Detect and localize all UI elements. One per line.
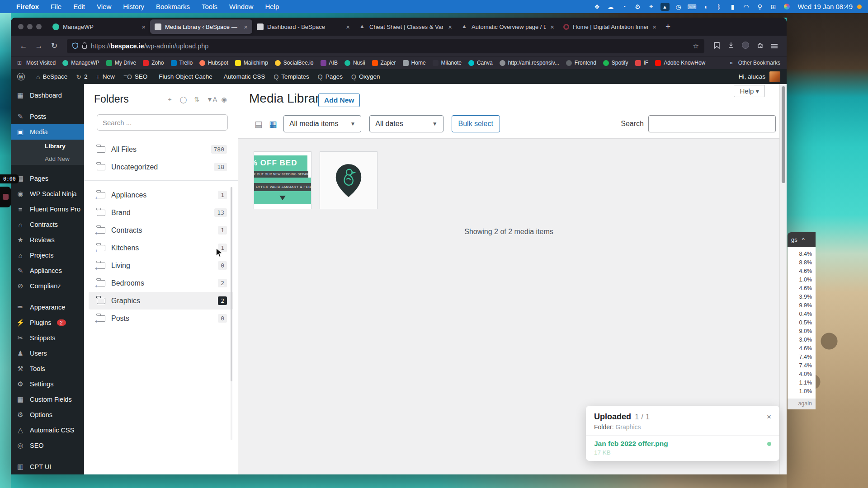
admin-bar-item[interactable]: Q Oxygen	[351, 73, 380, 80]
sidebar-menu-item[interactable]: ▤ Pages	[11, 171, 84, 186]
spotlight-icon[interactable]: ⚲	[753, 3, 767, 10]
menu-item[interactable]: Window	[229, 3, 253, 10]
bookmarks-overflow-icon[interactable]: »	[730, 60, 733, 66]
window-controls[interactable]	[18, 24, 42, 29]
help-button[interactable]: Help ▾	[734, 85, 765, 97]
sidebar-menu-item[interactable]: ◎ SEO	[11, 438, 84, 453]
reload-icon[interactable]: ↻	[47, 41, 61, 51]
volume-icon[interactable]: ◖	[699, 3, 712, 10]
close-icon[interactable]: ×	[767, 413, 771, 422]
collapse-icon[interactable]: ^	[802, 236, 805, 243]
settings-flower-icon[interactable]: ⚙	[631, 3, 645, 10]
browser-tab[interactable]: Media Library ‹ BeSpace — Wor ×	[150, 19, 252, 34]
menu-item[interactable]: Firefox	[16, 3, 39, 10]
sidebar-menu-item[interactable]: ✂ Snippets	[11, 330, 84, 346]
bulk-select-button[interactable]: Bulk select	[452, 115, 500, 132]
folder-row[interactable]: Brand 13	[84, 204, 238, 221]
other-bookmarks-button[interactable]: Other Bookmarks	[738, 60, 780, 66]
bookmark-item[interactable]: Spotify	[603, 60, 628, 66]
add-new-button[interactable]: Add New	[318, 94, 360, 107]
sidebar-menu-item[interactable]: ✏ Appearance	[11, 300, 84, 315]
back-icon[interactable]: ←	[16, 42, 31, 51]
automatic-css-app-icon[interactable]: ▲	[660, 3, 670, 11]
save-to-pocket-icon[interactable]	[710, 42, 723, 50]
folder-row[interactable]: Kitchens 1	[84, 239, 238, 257]
bluetooth-icon[interactable]: ᛒ	[712, 3, 726, 10]
sort-icon[interactable]: ▼A	[207, 96, 214, 103]
notification-badge-icon[interactable]: ◔	[618, 3, 631, 10]
new-tab-button[interactable]: +	[665, 22, 670, 32]
menubar-clock[interactable]: Wed 19 Jan 08:49	[798, 3, 853, 10]
media-search-input[interactable]	[648, 115, 776, 132]
sidebar-menu-item[interactable]: Add New	[11, 152, 84, 165]
folder-row[interactable]: Bedrooms 2	[84, 274, 238, 292]
folder-row[interactable]: Contracts 1	[84, 221, 238, 239]
bookmark-item[interactable]: Mailchimp	[235, 60, 268, 66]
url-bar[interactable]: https://bespace.ie/wp-admin/upload.php ☆	[67, 39, 704, 53]
sidebar-menu-item[interactable]: ▦ Custom Fields	[11, 392, 84, 407]
admin-bar-item[interactable]: ↻ 2	[76, 73, 87, 80]
admin-bar-item[interactable]: Q Templates	[274, 73, 309, 80]
tab-close-icon[interactable]: ×	[243, 23, 249, 31]
dropbox-icon[interactable]: ❖	[590, 3, 604, 10]
bookmark-item[interactable]: Canva	[468, 60, 493, 66]
menu-item[interactable]: Help	[265, 3, 279, 10]
folder-row[interactable]: All Files 780	[84, 141, 238, 158]
forward-icon[interactable]: →	[32, 42, 46, 51]
admin-bar-item[interactable]: Q Pages	[318, 73, 343, 80]
tab-close-icon[interactable]: ×	[141, 23, 146, 31]
tab-close-icon[interactable]: ×	[651, 23, 657, 31]
folder-row[interactable]: Graphics 2	[89, 292, 233, 310]
downloads-icon[interactable]	[724, 42, 738, 50]
close-window-button[interactable]	[18, 24, 24, 29]
bookmark-item[interactable]: AIB	[321, 60, 338, 66]
wifi-icon[interactable]: ◠	[740, 3, 753, 10]
admin-bar-item[interactable]: Flush Object Cache	[156, 73, 212, 80]
bookmark-item[interactable]: ManageWP	[62, 60, 99, 66]
media-item-bird-pin-logo[interactable]	[320, 151, 377, 209]
folders-scrollbar-thumb[interactable]	[231, 187, 232, 381]
browser-tab[interactable]: Cheat Sheet | Classes & Variabl ×	[354, 19, 457, 34]
account-avatar-icon[interactable]	[739, 42, 752, 50]
bookmark-item[interactable]: Trello	[171, 60, 193, 66]
sidebar-menu-item[interactable]: ▥ CPT UI	[11, 459, 84, 474]
shortcuts-icon[interactable]: ⌖	[645, 3, 658, 10]
page-scrollbar[interactable]	[779, 84, 787, 474]
browser-tab[interactable]: Automatic Overview page / Des ×	[457, 19, 559, 34]
bookmark-item[interactable]: ⊞ Most Visited	[17, 60, 56, 66]
control-center-icon[interactable]: ⊞	[767, 3, 780, 10]
sync-icon[interactable]: ◯	[179, 96, 187, 103]
bookmark-item[interactable]: Milanote	[433, 60, 462, 66]
sidebar-menu-item[interactable]: ◉ WP Social Ninja	[11, 186, 84, 202]
tab-close-icon[interactable]: ×	[345, 23, 351, 31]
bookmark-item[interactable]: Adobe KnowHow	[655, 60, 705, 66]
browser-tab[interactable]: Home | Digital Ambition Inner C ×	[559, 19, 661, 34]
bookmark-star-icon[interactable]: ☆	[693, 42, 699, 50]
bookmark-item[interactable]: http://ami.responsiv...	[500, 60, 559, 66]
bookmark-item[interactable]: Zoho	[143, 60, 164, 66]
sidebar-menu-item[interactable]: ⌂ Projects	[11, 248, 84, 263]
background-window-titlebar[interactable]: gs ^	[788, 232, 816, 247]
admin-bar-item[interactable]: Automatic CSS	[221, 73, 265, 80]
menu-item[interactable]: Bookmarks	[156, 3, 190, 10]
bookmark-item[interactable]: Zapier	[372, 60, 396, 66]
media-type-select[interactable]: All media items▼	[283, 115, 361, 132]
folder-row[interactable]: Appliances 1	[84, 186, 238, 204]
menu-item[interactable]: View	[97, 3, 111, 10]
uploaded-file-name[interactable]: Jan feb 2022 offer.png	[594, 440, 668, 448]
menu-item[interactable]: Tools	[202, 3, 217, 10]
admin-bar-account[interactable]: Hi, alucas	[739, 71, 780, 82]
folder-row[interactable]: Posts 0	[84, 310, 238, 327]
browser-tab[interactable]: ManageWP ×	[48, 19, 150, 34]
clock-icon[interactable]: ◷	[672, 3, 685, 10]
recorder-stop-button[interactable]	[0, 187, 11, 207]
folders-scrollbar[interactable]	[231, 187, 232, 440]
list-view-icon[interactable]: ▤	[255, 119, 263, 129]
bookmark-item[interactable]: SocialBee.io	[275, 60, 314, 66]
page-scrollbar-thumb[interactable]	[782, 86, 785, 183]
sidebar-menu-item[interactable]: ⊘ Complianz	[11, 278, 84, 294]
tracking-shield-icon[interactable]	[72, 42, 78, 49]
date-filter-select[interactable]: All dates▼	[369, 115, 443, 132]
icloud-icon[interactable]: ☁	[604, 3, 618, 10]
bookmark-item[interactable]: IF	[635, 60, 649, 66]
